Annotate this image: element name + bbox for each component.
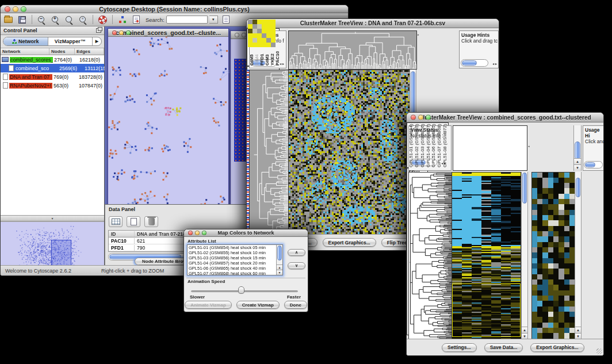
- speed-slider-track[interactable]: [191, 290, 298, 292]
- attribute-item[interactable]: GPL51-02 (GSM855) heat shock 10 min: [188, 250, 282, 255]
- dialog-titlebar[interactable]: Map Colors to Network: [184, 229, 308, 237]
- column-nodes[interactable]: Nodes: [49, 48, 75, 55]
- scrollbar-thumb[interactable]: [462, 60, 477, 66]
- minimize-button[interactable]: [242, 33, 246, 37]
- scroll-up-button[interactable]: ▲: [522, 327, 527, 333]
- column-network[interactable]: Network: [1, 48, 49, 55]
- export-graphics-button[interactable]: Export Graphics...: [323, 238, 376, 247]
- close-button[interactable]: [411, 115, 416, 120]
- save-data-button[interactable]: Save Data...: [484, 343, 523, 352]
- attribute-browser-button[interactable]: [221, 14, 232, 25]
- settings-button[interactable]: Settings...: [442, 343, 477, 352]
- save-session-button[interactable]: [17, 14, 28, 25]
- network-view-frame[interactable]: combined_scores_good.txt--cluste...: [108, 28, 229, 209]
- minimize-button[interactable]: [418, 115, 423, 120]
- column-label[interactable]: GPL51-04 (GSM857): [426, 123, 431, 167]
- close-button[interactable]: [5, 6, 10, 12]
- column-label[interactable]: GPL51-02 (GSM855): [414, 123, 420, 167]
- zoom-button[interactable]: [21, 6, 26, 12]
- zoom-in-button[interactable]: +: [50, 14, 61, 25]
- export-graphics-button[interactable]: Export Graphics...: [530, 343, 584, 352]
- main-titlebar[interactable]: Cytoscape Desktop (Session Name: collins…: [1, 5, 348, 13]
- animate-vizmap-button[interactable]: Animate Vizmap: [185, 301, 232, 309]
- similarity-mini-heatmap[interactable]: [248, 20, 276, 47]
- attribute-item[interactable]: GPL51-01 (GSM854) heat shock 05 min: [188, 245, 282, 250]
- zoom-button[interactable]: [126, 30, 131, 35]
- done-button[interactable]: Done: [284, 301, 307, 309]
- network-canvas[interactable]: [108, 37, 230, 210]
- attribute-item[interactable]: GPL51-06 (GSM865) heat shock 40 min: [188, 266, 282, 271]
- overview-panel-header[interactable]: ▾: [1, 215, 104, 221]
- zoom-out-button[interactable]: −: [36, 14, 47, 25]
- tv2-zoom-heatmap[interactable]: [531, 172, 576, 339]
- chevron-left-icon[interactable]: ◂: [528, 144, 530, 148]
- close-button[interactable]: [188, 231, 193, 235]
- scroll-down-button[interactable]: ▼: [574, 164, 581, 171]
- layout-button[interactable]: [117, 14, 128, 25]
- scroll-down-button[interactable]: ▼: [277, 270, 282, 275]
- tv2-zoom-vscrollbar[interactable]: ▲ ▼: [575, 172, 582, 339]
- treeview1-titlebar[interactable]: ClusterMaker TreeView : DNA and Tran 07-…: [247, 19, 499, 28]
- speed-slider-thumb[interactable]: [238, 286, 244, 294]
- new-attribute-button[interactable]: [127, 216, 140, 227]
- network-list-row[interactable]: DNA and Tran 07 769(0) 183728(0): [1, 72, 104, 81]
- tab-vizmapper[interactable]: VizMapper™: [48, 37, 93, 45]
- move-up-button[interactable]: ∧: [288, 249, 305, 256]
- scroll-up-button[interactable]: ▲: [277, 265, 282, 270]
- labels-vscrollbar[interactable]: ▲ ▼: [573, 125, 582, 171]
- zoom-selected-button[interactable]: ▫: [78, 14, 89, 25]
- scrollbar-thumb[interactable]: [576, 178, 580, 197]
- help-button[interactable]: [97, 14, 108, 25]
- tv1-row-dendrogram[interactable]: [249, 70, 289, 235]
- attribute-listbox[interactable]: GPL51-01 (GSM854) heat shock 05 minGPL51…: [187, 244, 283, 275]
- attribute-item[interactable]: GPL51-03 (GSM856) heat shock 15 min: [188, 255, 282, 260]
- annotation-button[interactable]: [131, 14, 141, 25]
- close-button[interactable]: [112, 30, 117, 35]
- move-down-button[interactable]: ∨: [288, 262, 305, 269]
- float-panel-icon[interactable]: [96, 28, 101, 33]
- scrollbar-thumb[interactable]: [522, 173, 527, 204]
- column-id[interactable]: ID: [109, 231, 135, 237]
- column-label[interactable]: GPL51-06 (GSM865): [431, 123, 437, 167]
- column-label[interactable]: GPL51-07 (GSM868): [437, 123, 442, 167]
- search-dropdown-button[interactable]: ▼: [209, 16, 218, 24]
- tv1-heatmap[interactable]: [288, 70, 411, 235]
- resize-grip[interactable]: [596, 348, 602, 354]
- tab-network[interactable]: Network: [3, 37, 48, 45]
- create-vizmap-button[interactable]: Create Vizmap: [236, 301, 280, 309]
- tv2-row-dendrogram[interactable]: [408, 172, 452, 339]
- scroll-up-button[interactable]: ▲: [574, 158, 581, 164]
- network-list-row[interactable]: combined_scores_ 2764(0) 16218(0): [1, 55, 104, 64]
- minimize-button[interactable]: [119, 30, 124, 35]
- close-button[interactable]: [235, 33, 239, 37]
- tv2-heatmap-vscrollbar[interactable]: ▲ ▼: [521, 172, 528, 339]
- scroll-up-button[interactable]: ▲: [575, 327, 581, 333]
- zoom-button[interactable]: [426, 115, 431, 120]
- column-label[interactable]: GPL51-01 (GSM854): [408, 123, 414, 167]
- minimize-button[interactable]: [13, 6, 18, 12]
- column-label[interactable]: GPL51-08 (GSM872): [442, 123, 448, 167]
- open-session-button[interactable]: [3, 14, 14, 25]
- tabs-overflow-button[interactable]: ▶: [92, 37, 101, 45]
- network-list-row[interactable]: combined_sco 2569(6) 13112(15): [1, 64, 104, 72]
- attribute-item[interactable]: GPL51-04 (GSM857) heat shock 20 min: [188, 260, 282, 266]
- tv2-heatmap[interactable]: [452, 172, 521, 339]
- attribute-vscrollbar[interactable]: ▲ ▼: [276, 245, 282, 275]
- usage-hscrollbar[interactable]: ◂ ▸: [461, 59, 488, 67]
- column-label[interactable]: PAC10: [275, 29, 280, 66]
- treeview2-titlebar[interactable]: ClusterMaker TreeView : combined_scores_…: [407, 113, 603, 122]
- scrollbar-thumb[interactable]: [585, 162, 595, 167]
- network-overview-panel[interactable]: [1, 221, 104, 265]
- minimize-button[interactable]: [195, 231, 200, 235]
- attribute-item[interactable]: GPL51-07 (GSM868) heat shock 60 min: [188, 271, 282, 275]
- column-edges[interactable]: Edges: [75, 48, 104, 55]
- zoom-button[interactable]: [202, 231, 206, 235]
- tv2-col-dendrogram-area[interactable]: [453, 125, 527, 171]
- search-input[interactable]: [166, 16, 208, 24]
- select-attributes-button[interactable]: [109, 216, 123, 227]
- column-label[interactable]: GPL51-03 (GSM856): [420, 123, 426, 167]
- zoom-fit-button[interactable]: [64, 14, 75, 25]
- delete-attribute-button[interactable]: [144, 216, 158, 227]
- scrollbar-thumb[interactable]: [575, 141, 580, 160]
- chevron-right-icon[interactable]: ▸: [418, 33, 419, 36]
